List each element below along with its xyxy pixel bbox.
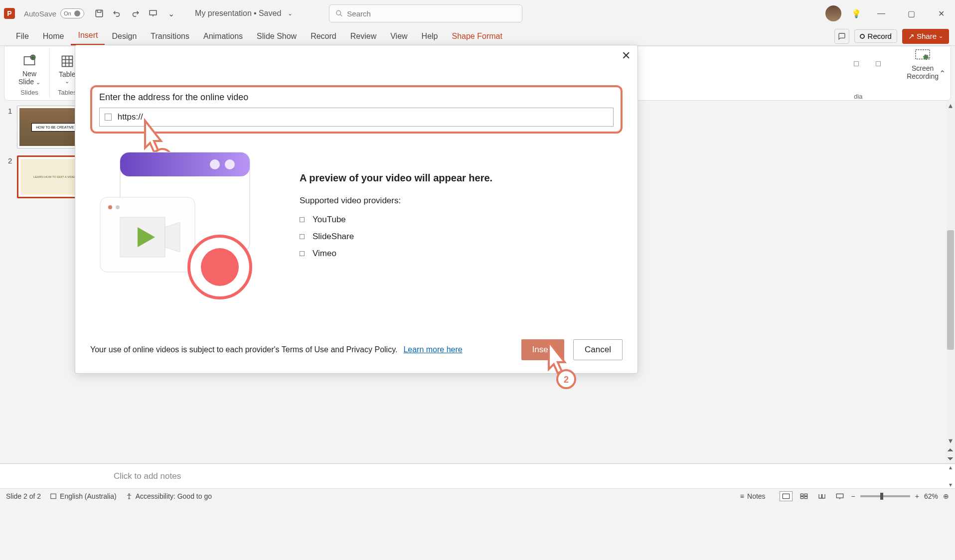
learn-more-link[interactable]: Learn more here: [403, 345, 462, 354]
fit-window[interactable]: ⊕: [943, 492, 949, 500]
preview-title: A preview of your video will appear here…: [300, 172, 623, 184]
tab-shape-format[interactable]: Shape Format: [445, 28, 509, 45]
search-input[interactable]: [347, 9, 516, 18]
idea-icon[interactable]: 💡: [851, 9, 861, 18]
ribbon-group-media: + ScreenRecording dia: [854, 46, 943, 100]
new-slide-label: NewSlide ⌄: [18, 70, 40, 86]
svg-point-2: [336, 10, 341, 15]
maximize-button[interactable]: ▢: [901, 6, 921, 21]
share-label: Share: [917, 32, 937, 40]
disclaimer: Your use of online videos is subject to …: [90, 345, 397, 354]
undo-icon[interactable]: [110, 6, 124, 20]
share-button[interactable]: ↗Share⌄: [902, 29, 949, 44]
comments-button[interactable]: [834, 29, 849, 44]
url-icon: [105, 114, 112, 121]
status-bar: Slide 2 of 2 English (Australia) Accessi…: [0, 488, 955, 503]
table-label: Table: [59, 70, 75, 78]
svg-point-14: [225, 159, 235, 169]
close-window-button[interactable]: ✕: [931, 6, 951, 21]
tab-animations[interactable]: Animations: [196, 28, 250, 45]
notes-scrollbar[interactable]: ▴▾: [946, 464, 955, 488]
ribbon-tabs: File Home Insert Design Transitions Anim…: [0, 27, 955, 46]
bullet-icon: [300, 234, 305, 239]
supported-label: Supported video providers:: [300, 196, 623, 206]
search-box[interactable]: [329, 4, 522, 22]
present-icon[interactable]: [146, 6, 160, 20]
save-icon[interactable]: [92, 6, 106, 20]
new-slide-button[interactable]: + NewSlide ⌄: [14, 52, 44, 87]
media-checkbox-1[interactable]: [854, 61, 859, 66]
tab-slideshow[interactable]: Slide Show: [250, 28, 304, 45]
view-sorter[interactable]: [797, 491, 810, 501]
minimize-button[interactable]: —: [871, 6, 891, 21]
zoom-slider[interactable]: [860, 495, 910, 497]
notes-toggle[interactable]: ≡Notes: [740, 492, 766, 500]
zoom-out[interactable]: −: [851, 492, 855, 500]
tab-design[interactable]: Design: [105, 28, 144, 45]
app-icon: P: [4, 8, 15, 19]
view-normal[interactable]: [780, 491, 793, 501]
tab-help[interactable]: Help: [415, 28, 445, 45]
record-label: Record: [868, 32, 892, 40]
view-slideshow[interactable]: [833, 491, 846, 501]
chevron-down-icon: ⌄: [939, 33, 943, 39]
record-button[interactable]: Record: [854, 29, 897, 43]
svg-text:+: +: [31, 55, 34, 60]
notes-area[interactable]: Click to add notes ▴▾: [0, 463, 955, 488]
provider-slideshare: SlideShare: [300, 232, 623, 242]
preview-section: A preview of your video will appear here…: [300, 147, 623, 307]
dialog-close-button[interactable]: ✕: [622, 49, 631, 62]
autosave-state: On: [64, 10, 71, 16]
view-reading[interactable]: [815, 491, 828, 501]
bullet-icon: [300, 217, 305, 222]
svg-rect-24: [800, 494, 803, 496]
record-dot-icon: [860, 34, 865, 39]
zoom-thumb[interactable]: [880, 493, 883, 500]
status-language[interactable]: English (Australia): [50, 492, 117, 500]
autosave-label: AutoSave: [24, 9, 56, 18]
svg-point-16: [108, 205, 112, 209]
main-scrollbar[interactable]: ▴ ▾⏶⏷: [946, 101, 955, 463]
media-checkbox-2[interactable]: [876, 61, 881, 66]
avatar[interactable]: [825, 5, 841, 21]
tab-transitions[interactable]: Transitions: [144, 28, 196, 45]
zoom-in[interactable]: +: [915, 492, 919, 500]
svg-rect-21: [51, 494, 56, 498]
tab-file[interactable]: File: [9, 28, 36, 45]
svg-point-13: [210, 159, 220, 169]
cancel-button[interactable]: Cancel: [573, 339, 623, 360]
autosave-toggle[interactable]: On: [60, 8, 84, 18]
title-bar: P AutoSave On ⌄ My presentation • Saved …: [0, 0, 955, 27]
svg-text:+: +: [925, 54, 928, 60]
tab-view[interactable]: View: [383, 28, 414, 45]
ribbon-group-slides: + NewSlide ⌄ Slides: [9, 48, 50, 98]
ribbon-collapse-button[interactable]: ⌃: [939, 69, 946, 78]
tab-insert[interactable]: Insert: [71, 27, 105, 45]
dialog-label: Enter the address for the online video: [99, 92, 614, 103]
document-title: My presentation: [195, 9, 252, 18]
toggle-knob: [74, 10, 80, 16]
title-dropdown-icon[interactable]: ⌄: [283, 6, 297, 20]
status-slide[interactable]: Slide 2 of 2: [6, 492, 41, 500]
qat-dropdown-icon[interactable]: ⌄: [164, 6, 178, 20]
group-slides-label: Slides: [20, 89, 38, 96]
video-illustration: [90, 147, 270, 307]
url-input[interactable]: [118, 112, 608, 122]
provider-vimeo: Vimeo: [300, 249, 623, 259]
screen-recording-label: ScreenRecording: [907, 64, 939, 80]
scroll-thumb[interactable]: [947, 230, 954, 350]
slide-num-1: 1: [8, 107, 12, 148]
tab-review[interactable]: Review: [343, 28, 383, 45]
tab-home[interactable]: Home: [36, 28, 71, 45]
status-accessibility[interactable]: Accessibility: Good to go: [126, 492, 212, 500]
svg-rect-27: [804, 496, 807, 498]
svg-rect-26: [800, 496, 803, 498]
notes-icon: ≡: [740, 492, 744, 500]
redo-icon[interactable]: [128, 6, 142, 20]
zoom-value[interactable]: 62%: [924, 492, 938, 500]
svg-rect-25: [804, 494, 807, 496]
screen-recording-button[interactable]: + ScreenRecording: [903, 46, 943, 81]
tab-record[interactable]: Record: [304, 28, 343, 45]
pointer-callout-2: 2: [539, 339, 569, 374]
url-input-wrap[interactable]: [99, 108, 614, 127]
